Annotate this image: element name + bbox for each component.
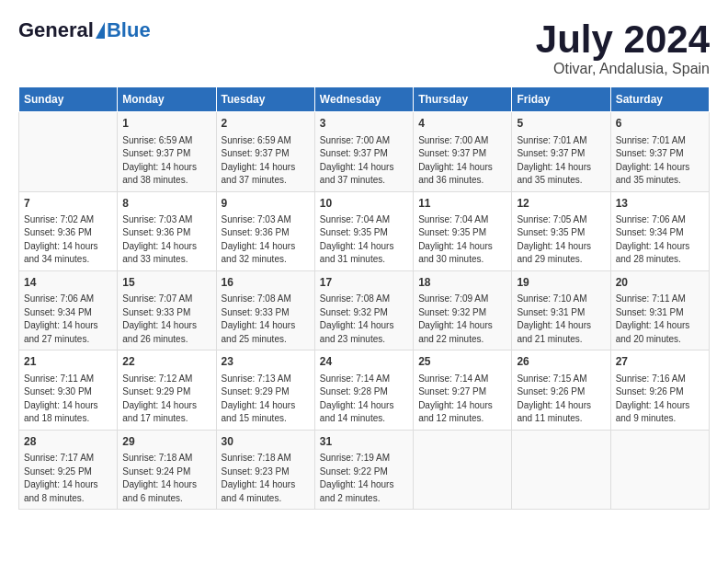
calendar-cell: 11Sunrise: 7:04 AM Sunset: 9:35 PM Dayli… (414, 191, 512, 270)
cell-info: Sunrise: 7:18 AM Sunset: 9:23 PM Dayligh… (222, 452, 310, 505)
cell-info: Sunrise: 7:04 AM Sunset: 9:35 PM Dayligh… (418, 213, 506, 267)
cell-info: Sunrise: 7:05 AM Sunset: 9:35 PM Dayligh… (517, 213, 605, 267)
day-number: 10 (320, 196, 408, 212)
cell-info: Sunrise: 7:11 AM Sunset: 9:30 PM Dayligh… (24, 373, 112, 426)
day-number: 29 (122, 434, 210, 450)
cell-info: Sunrise: 7:10 AM Sunset: 9:31 PM Dayligh… (517, 293, 605, 346)
cell-info: Sunrise: 7:04 AM Sunset: 9:35 PM Dayligh… (320, 213, 408, 267)
cell-info: Sunrise: 7:02 AM Sunset: 9:36 PM Dayligh… (24, 213, 112, 267)
calendar-cell: 24Sunrise: 7:14 AM Sunset: 9:28 PM Dayli… (314, 350, 413, 430)
cell-info: Sunrise: 7:14 AM Sunset: 9:28 PM Dayligh… (320, 373, 408, 426)
cell-info: Sunrise: 7:01 AM Sunset: 9:37 PM Dayligh… (517, 134, 605, 188)
calendar-cell: 3Sunrise: 7:00 AM Sunset: 9:37 PM Daylig… (314, 112, 413, 191)
cell-info: Sunrise: 7:14 AM Sunset: 9:27 PM Dayligh… (418, 373, 506, 426)
calendar-cell: 30Sunrise: 7:18 AM Sunset: 9:23 PM Dayli… (216, 430, 314, 509)
calendar-week-4: 21Sunrise: 7:11 AM Sunset: 9:30 PM Dayli… (19, 350, 710, 430)
day-number: 4 (418, 116, 506, 132)
day-number: 15 (122, 275, 210, 291)
month-title: July 2024 (536, 18, 710, 61)
cell-info: Sunrise: 7:17 AM Sunset: 9:25 PM Dayligh… (24, 452, 112, 505)
cell-info: Sunrise: 7:08 AM Sunset: 9:33 PM Dayligh… (222, 293, 310, 346)
cell-info: Sunrise: 7:00 AM Sunset: 9:37 PM Dayligh… (320, 134, 408, 188)
calendar-cell: 15Sunrise: 7:07 AM Sunset: 9:33 PM Dayli… (118, 270, 216, 350)
weekday-header-monday: Monday (118, 87, 216, 112)
day-number: 19 (517, 275, 605, 291)
day-number: 26 (517, 354, 605, 370)
weekday-header-wednesday: Wednesday (314, 87, 413, 112)
calendar-cell: 10Sunrise: 7:04 AM Sunset: 9:35 PM Dayli… (314, 191, 413, 270)
cell-info: Sunrise: 7:09 AM Sunset: 9:32 PM Dayligh… (418, 293, 506, 346)
calendar-cell: 26Sunrise: 7:15 AM Sunset: 9:26 PM Dayli… (512, 350, 610, 430)
day-number: 13 (616, 196, 704, 212)
day-number: 18 (418, 275, 506, 291)
cell-info: Sunrise: 7:03 AM Sunset: 9:36 PM Dayligh… (122, 213, 210, 267)
cell-info: Sunrise: 7:11 AM Sunset: 9:31 PM Dayligh… (616, 293, 704, 346)
title-block: July 2024 Otivar, Andalusia, Spain (536, 18, 710, 77)
cell-info: Sunrise: 7:07 AM Sunset: 9:33 PM Dayligh… (122, 293, 210, 346)
calendar-cell: 4Sunrise: 7:00 AM Sunset: 9:37 PM Daylig… (414, 112, 512, 191)
day-number: 30 (222, 434, 310, 450)
day-number: 12 (517, 196, 605, 212)
calendar-cell: 17Sunrise: 7:08 AM Sunset: 9:32 PM Dayli… (314, 270, 413, 350)
day-number: 23 (222, 354, 310, 370)
calendar-cell: 7Sunrise: 7:02 AM Sunset: 9:36 PM Daylig… (19, 191, 118, 270)
logo: General Blue (18, 18, 151, 42)
day-number: 1 (122, 116, 210, 132)
day-number: 20 (616, 275, 704, 291)
calendar-cell: 16Sunrise: 7:08 AM Sunset: 9:33 PM Dayli… (216, 270, 314, 350)
day-number: 3 (320, 116, 408, 132)
day-number: 21 (24, 354, 112, 370)
logo-triangle-icon (96, 22, 105, 39)
calendar-cell: 25Sunrise: 7:14 AM Sunset: 9:27 PM Dayli… (414, 350, 512, 430)
day-number: 31 (320, 434, 408, 450)
cell-info: Sunrise: 7:16 AM Sunset: 9:26 PM Dayligh… (616, 373, 704, 426)
calendar-cell: 2Sunrise: 6:59 AM Sunset: 9:37 PM Daylig… (216, 112, 314, 191)
calendar-week-5: 28Sunrise: 7:17 AM Sunset: 9:25 PM Dayli… (19, 430, 710, 509)
day-number: 25 (418, 354, 506, 370)
calendar-cell: 8Sunrise: 7:03 AM Sunset: 9:36 PM Daylig… (118, 191, 216, 270)
calendar-cell: 31Sunrise: 7:19 AM Sunset: 9:22 PM Dayli… (314, 430, 413, 509)
calendar-cell: 28Sunrise: 7:17 AM Sunset: 9:25 PM Dayli… (19, 430, 118, 509)
day-number: 17 (320, 275, 408, 291)
calendar-cell: 1Sunrise: 6:59 AM Sunset: 9:37 PM Daylig… (118, 112, 216, 191)
day-number: 9 (222, 196, 310, 212)
calendar-cell (414, 430, 512, 509)
cell-info: Sunrise: 7:06 AM Sunset: 9:34 PM Dayligh… (24, 293, 112, 346)
calendar-cell (610, 430, 709, 509)
calendar-table: SundayMondayTuesdayWednesdayThursdayFrid… (18, 86, 710, 510)
calendar-cell: 14Sunrise: 7:06 AM Sunset: 9:34 PM Dayli… (19, 270, 118, 350)
cell-info: Sunrise: 7:15 AM Sunset: 9:26 PM Dayligh… (517, 373, 605, 426)
weekday-header-thursday: Thursday (414, 87, 512, 112)
calendar-week-3: 14Sunrise: 7:06 AM Sunset: 9:34 PM Dayli… (19, 270, 710, 350)
cell-info: Sunrise: 7:12 AM Sunset: 9:29 PM Dayligh… (122, 373, 210, 426)
day-number: 28 (24, 434, 112, 450)
calendar-cell: 29Sunrise: 7:18 AM Sunset: 9:24 PM Dayli… (118, 430, 216, 509)
weekday-header-tuesday: Tuesday (216, 87, 314, 112)
calendar-cell: 21Sunrise: 7:11 AM Sunset: 9:30 PM Dayli… (19, 350, 118, 430)
calendar-cell (512, 430, 610, 509)
cell-info: Sunrise: 6:59 AM Sunset: 9:37 PM Dayligh… (222, 134, 310, 188)
weekday-header-friday: Friday (512, 87, 610, 112)
cell-info: Sunrise: 7:01 AM Sunset: 9:37 PM Dayligh… (616, 134, 704, 188)
calendar-cell: 13Sunrise: 7:06 AM Sunset: 9:34 PM Dayli… (610, 191, 709, 270)
day-number: 16 (222, 275, 310, 291)
location-title: Otivar, Andalusia, Spain (536, 61, 710, 77)
calendar-cell: 27Sunrise: 7:16 AM Sunset: 9:26 PM Dayli… (610, 350, 709, 430)
day-number: 11 (418, 196, 506, 212)
weekday-header-row: SundayMondayTuesdayWednesdayThursdayFrid… (19, 87, 710, 112)
calendar-cell: 12Sunrise: 7:05 AM Sunset: 9:35 PM Dayli… (512, 191, 610, 270)
day-number: 27 (616, 354, 704, 370)
calendar-cell: 9Sunrise: 7:03 AM Sunset: 9:36 PM Daylig… (216, 191, 314, 270)
logo-general-text: General (18, 18, 94, 42)
calendar-cell: 22Sunrise: 7:12 AM Sunset: 9:29 PM Dayli… (118, 350, 216, 430)
day-number: 24 (320, 354, 408, 370)
day-number: 7 (24, 196, 112, 212)
logo-blue-text: Blue (107, 18, 151, 42)
calendar-cell: 23Sunrise: 7:13 AM Sunset: 9:29 PM Dayli… (216, 350, 314, 430)
cell-info: Sunrise: 7:08 AM Sunset: 9:32 PM Dayligh… (320, 293, 408, 346)
day-number: 5 (517, 116, 605, 132)
day-number: 14 (24, 275, 112, 291)
weekday-header-saturday: Saturday (610, 87, 709, 112)
cell-info: Sunrise: 7:13 AM Sunset: 9:29 PM Dayligh… (222, 373, 310, 426)
calendar-cell: 18Sunrise: 7:09 AM Sunset: 9:32 PM Dayli… (414, 270, 512, 350)
